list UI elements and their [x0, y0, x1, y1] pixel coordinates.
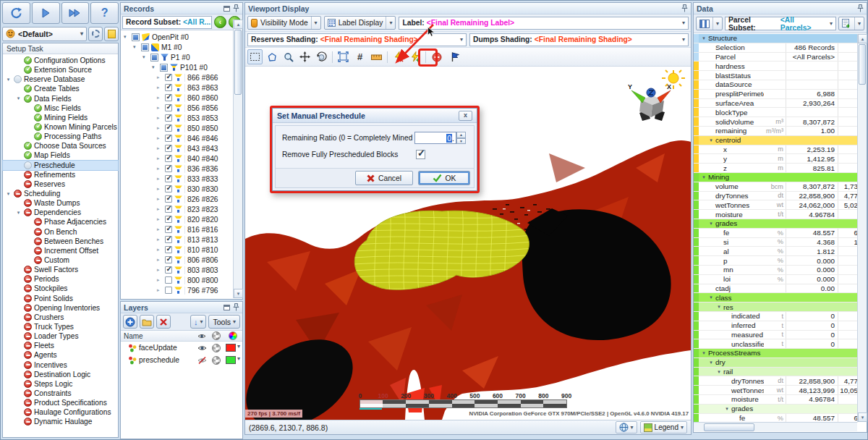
record-row[interactable]: ▸ 866 #866: [121, 72, 242, 82]
color-swatch[interactable]: [226, 344, 236, 352]
setup-task-item[interactable]: Constraints: [3, 389, 118, 398]
record-row[interactable]: ▸ 800 #800: [121, 275, 242, 285]
setup-task-item[interactable]: Product Specifications: [3, 398, 118, 407]
chevron-down-icon[interactable]: ▾: [712, 17, 722, 30]
record-row[interactable]: ▸ 836 #836: [121, 164, 242, 174]
visibility-toggle[interactable]: [195, 344, 209, 352]
profile-selector[interactable]: <Default> ▾: [2, 27, 87, 41]
run-all-button[interactable]: [61, 2, 90, 24]
expander-icon[interactable]: ▸: [157, 247, 163, 253]
setup-task-item[interactable]: Between Benches: [3, 237, 118, 246]
record-checkbox[interactable]: [165, 236, 172, 243]
expander-icon[interactable]: ▸: [157, 145, 163, 151]
setup-task-item[interactable]: Dynamic Haulage: [3, 417, 118, 426]
record-checkbox[interactable]: [165, 195, 172, 203]
layer-color-picker[interactable]: ▾: [224, 344, 242, 352]
pin-icon[interactable]: [233, 303, 239, 311]
expander-icon[interactable]: ▸: [157, 75, 163, 80]
expander-icon[interactable]: ▸: [157, 196, 163, 202]
setup-task-item[interactable]: Waste Dumps: [3, 198, 118, 208]
pin-icon[interactable]: [857, 4, 864, 12]
add-layer-button[interactable]: [123, 315, 137, 329]
refresh-button[interactable]: [2, 2, 30, 24]
expander-icon[interactable]: ▸: [157, 135, 163, 141]
expander-icon[interactable]: ▸: [157, 216, 163, 222]
data-row[interactable]: grades: [694, 219, 858, 229]
expander-icon[interactable]: ▸: [157, 206, 163, 212]
dialog-close-button[interactable]: x: [459, 111, 472, 121]
data-row[interactable]: wetTonnes wt 48,123,999 10,05: [694, 386, 858, 395]
expander-icon[interactable]: ▸: [157, 277, 163, 283]
flash-add-button[interactable]: [407, 49, 422, 64]
setup-task-item[interactable]: Scheduling: [3, 189, 118, 198]
notes-button[interactable]: [104, 27, 119, 41]
setup-task-item[interactable]: Increment Offset: [3, 246, 118, 255]
data-row[interactable]: inferred t 0: [694, 321, 858, 331]
data-row[interactable]: blockType: [694, 108, 858, 117]
setup-task-item[interactable]: Choose Data Sources: [3, 141, 118, 151]
spin-up-icon[interactable]: ▲: [456, 132, 466, 138]
record-checkbox[interactable]: [165, 94, 172, 101]
settings-button[interactable]: [88, 27, 103, 41]
record-parent-row[interactable]: ▾ P101 #0: [121, 62, 242, 72]
data-row[interactable]: ProcessStreams: [694, 349, 858, 358]
scrollbar-thumb[interactable]: [234, 30, 242, 95]
data-row[interactable]: surfaceArea 2,930,264: [694, 99, 858, 109]
data-row[interactable]: loi % 0.000: [694, 275, 858, 284]
record-checkbox[interactable]: [165, 175, 172, 182]
record-checkbox[interactable]: [165, 287, 172, 294]
orbit-button[interactable]: [314, 49, 329, 64]
record-checkbox[interactable]: [165, 266, 172, 274]
record-checkbox[interactable]: [165, 185, 172, 192]
data-row[interactable]: dry: [694, 358, 858, 368]
setup-task-item[interactable]: Crushers: [3, 313, 118, 322]
data-row[interactable]: Parcel <All Parcels>: [694, 53, 858, 62]
record-row[interactable]: ▸ 856 #856: [121, 103, 242, 113]
record-checkbox[interactable]: [165, 256, 172, 263]
data-row[interactable]: mn % 0.000: [694, 266, 858, 275]
record-row[interactable]: ▸ 826 #826: [121, 194, 242, 204]
data-row[interactable]: Selection 486 Records: [694, 43, 858, 53]
dialog-titlebar[interactable]: Set Manual Preschedule x: [273, 109, 477, 123]
record-checkbox[interactable]: [165, 145, 172, 152]
cancel-button[interactable]: Cancel: [355, 171, 413, 185]
rect-select-button[interactable]: [247, 49, 263, 64]
measure-button[interactable]: [369, 49, 384, 64]
setup-task-item[interactable]: Reserves: [3, 179, 118, 189]
record-checkbox[interactable]: [165, 246, 172, 253]
record-row[interactable]: ▸ 840 #840: [121, 153, 242, 164]
data-row[interactable]: hardness: [694, 62, 858, 71]
delete-layer-button[interactable]: [156, 315, 171, 329]
layer-row[interactable]: preschedule ▾: [121, 354, 242, 366]
expander-icon[interactable]: [716, 304, 722, 310]
expander-icon[interactable]: ▸: [157, 257, 163, 263]
expander-icon[interactable]: ▾: [133, 44, 139, 50]
record-row[interactable]: ▸ 850 #850: [121, 123, 242, 133]
preschedule-flag-button[interactable]: [447, 49, 462, 64]
remove-blocks-checkbox[interactable]: [416, 150, 425, 159]
expander-icon[interactable]: [716, 369, 722, 375]
data-row[interactable]: ctadj 0.00: [694, 284, 858, 294]
record-row[interactable]: ▸ 820 #820: [121, 214, 242, 224]
columns-button[interactable]: ▾: [696, 17, 723, 30]
record-checkbox[interactable]: [165, 226, 172, 233]
help-button[interactable]: ?: [90, 2, 119, 24]
record-checkbox[interactable]: [165, 84, 172, 91]
chevron-down-icon[interactable]: ▾: [854, 17, 864, 30]
setup-task-item[interactable]: Known Mining Parcels: [3, 122, 118, 132]
legend-button[interactable]: Legend ▾: [640, 421, 687, 433]
record-subset-combo[interactable]: Record Subset: <All R... ▾: [122, 16, 212, 29]
zoom-button[interactable]: [281, 49, 296, 64]
setup-task-item[interactable]: Processing Paths: [3, 132, 118, 141]
record-row[interactable]: ▸ 846 #846: [121, 133, 242, 143]
setup-task-item[interactable]: Custom: [3, 255, 118, 265]
data-row[interactable]: Mining: [694, 173, 858, 182]
expander-icon[interactable]: ▸: [157, 227, 163, 232]
setup-task-item[interactable]: Loader Types: [3, 331, 118, 341]
data-row[interactable]: al % 1.812: [694, 247, 858, 256]
expander-icon[interactable]: [15, 96, 22, 101]
expander-icon[interactable]: ▸: [157, 125, 163, 131]
scroll-up-icon[interactable]: ▲: [234, 20, 243, 29]
visibility-mode-button[interactable]: Visibility Mode ▾: [247, 16, 321, 30]
record-checkbox[interactable]: [165, 124, 172, 132]
